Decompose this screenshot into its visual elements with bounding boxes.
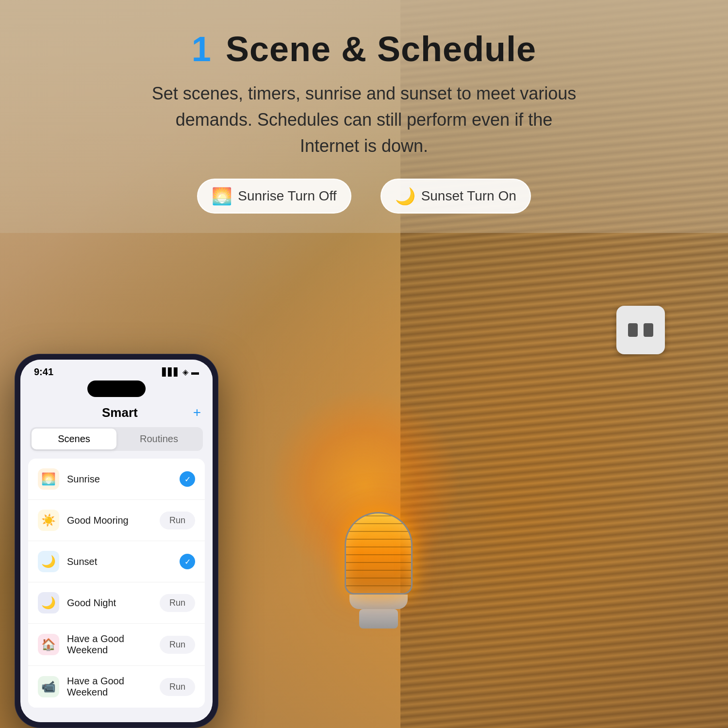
app-title: Smart [47,405,193,420]
app-header: Smart + [20,401,213,427]
battery-icon: ▬ [191,368,199,377]
phone-screen: 9:41 ▋▋▋ ◈ ▬ Smart + Scenes [20,360,213,722]
scene-item-sunset[interactable]: 🌙 Sunset ✓ [28,541,205,582]
scene-icon-weekend-red: 🏠 [38,634,59,655]
top-content-area: 1 Scene & Schedule Set scenes, timers, s… [0,0,728,233]
scene-name-sunrise: Sunrise [67,474,180,485]
page-title: 1 Scene & Schedule [49,29,679,69]
sunset-pill-label: Sunset Turn On [421,188,516,204]
lamp-cage [345,512,413,595]
scene-icon-sunrise: 🌅 [38,468,59,490]
outlet-holes [628,323,653,337]
lamp-visual [306,512,451,619]
outlet-container [616,306,670,359]
tab-scenes-label: Scenes [58,433,90,444]
scene-item-sunrise[interactable]: 🌅 Sunrise ✓ [28,459,205,500]
scene-name-good-mooring: Good Mooring [67,515,160,526]
scene-check-sunset: ✓ [180,554,195,569]
scene-list: 🌅 Sunrise ✓ ☀️ Good Mooring Run 🌙 Sunset… [28,459,205,708]
scene-item-weekend-1[interactable]: 🏠 Have a Good Weekend Run [28,624,205,666]
sunrise-pill[interactable]: 🌅 Sunrise Turn Off [197,179,351,214]
scene-icon-weekend-green: 📹 [38,676,59,697]
add-button[interactable]: + [193,405,201,420]
status-bar: 9:41 ▋▋▋ ◈ ▬ [20,360,213,381]
lamp-stand [359,609,398,629]
schedule-pills: 🌅 Sunrise Turn Off 🌙 Sunset Turn On [49,179,679,214]
scene-item-good-night[interactable]: 🌙 Good Night Run [28,582,205,624]
scene-name-weekend-1: Have a Good Weekend [67,633,160,656]
sunrise-pill-icon: 🌅 [212,186,232,206]
scene-item-weekend-2[interactable]: 📹 Have a Good Weekend Run [28,666,205,708]
phone-outer: 9:41 ▋▋▋ ◈ ▬ Smart + Scenes [15,354,218,728]
wifi-icon: ◈ [182,367,188,377]
scene-run-weekend-1[interactable]: Run [160,636,195,654]
status-time: 9:41 [34,366,53,378]
scene-icon-sunset: 🌙 [38,551,59,572]
dynamic-island [87,381,146,397]
power-outlet [616,306,665,354]
title-number: 1 [192,30,212,68]
scene-item-good-mooring[interactable]: ☀️ Good Mooring Run [28,500,205,541]
app-tabs: Scenes Routines [30,427,203,451]
scene-name-good-night: Good Night [67,597,160,609]
outlet-hole-right [644,323,653,337]
tab-routines-label: Routines [140,433,178,444]
status-icons: ▋▋▋ ◈ ▬ [162,367,199,377]
scene-run-good-night[interactable]: Run [160,594,195,612]
scene-name-sunset: Sunset [67,556,180,567]
scene-icon-morning: ☀️ [38,510,59,531]
subtitle-text: Set scenes, timers, sunrise and sunset t… [146,81,582,159]
scene-name-weekend-2: Have a Good Weekend [67,676,160,698]
phone-mockup: 9:41 ▋▋▋ ◈ ▬ Smart + Scenes [15,354,218,728]
scene-run-good-mooring[interactable]: Run [160,512,195,529]
outlet-hole-left [628,323,638,337]
signal-icon: ▋▋▋ [162,367,180,377]
title-text: Scene & Schedule [226,30,536,68]
lamp-base [349,595,408,609]
tab-routines[interactable]: Routines [116,429,201,449]
scene-icon-night: 🌙 [38,592,59,613]
sunset-pill[interactable]: 🌙 Sunset Turn On [381,179,531,214]
tab-scenes[interactable]: Scenes [32,429,116,449]
sunset-pill-icon: 🌙 [395,186,415,206]
scene-check-sunrise: ✓ [180,471,195,487]
scene-run-weekend-2[interactable]: Run [160,678,195,696]
sunrise-pill-label: Sunrise Turn Off [238,188,336,204]
